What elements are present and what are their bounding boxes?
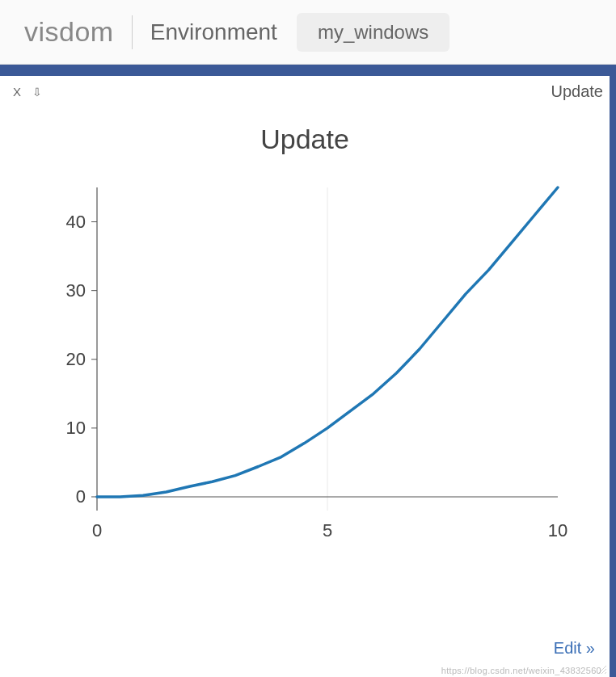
environment-label: Environment <box>150 19 277 45</box>
x-tick-label: 0 <box>92 520 102 540</box>
close-icon[interactable]: X <box>13 85 21 99</box>
panel-header: X ⇩ Update <box>0 81 610 101</box>
chart-title: Update <box>0 124 610 155</box>
panel-title: Update <box>551 82 604 101</box>
watermark-text: https://blog.csdn.net/weixin_43832560 <box>441 666 601 675</box>
y-tick-label: 20 <box>66 349 86 369</box>
chart-panel: X ⇩ Update Update 0102030400510 Edit » h… <box>0 76 610 677</box>
y-tick-label: 10 <box>66 418 86 438</box>
y-tick-label: 30 <box>66 280 86 301</box>
x-tick-label: 10 <box>548 520 567 540</box>
top-bar: visdom Environment my_windows <box>0 0 616 65</box>
line-chart-svg: 0102030400510 <box>32 179 574 551</box>
download-icon[interactable]: ⇩ <box>32 86 42 99</box>
y-tick-label: 0 <box>76 486 86 507</box>
environment-selector[interactable]: my_windows <box>297 13 449 52</box>
edit-link[interactable]: Edit » <box>554 639 595 658</box>
chart-plot-area[interactable]: 0102030400510 <box>32 179 577 551</box>
app-logo: visdom <box>24 16 114 48</box>
frame-border: X ⇩ Update Update 0102030400510 Edit » h… <box>0 65 616 677</box>
y-tick-label: 40 <box>66 212 86 232</box>
x-tick-label: 5 <box>323 520 332 540</box>
vertical-divider <box>132 15 133 49</box>
